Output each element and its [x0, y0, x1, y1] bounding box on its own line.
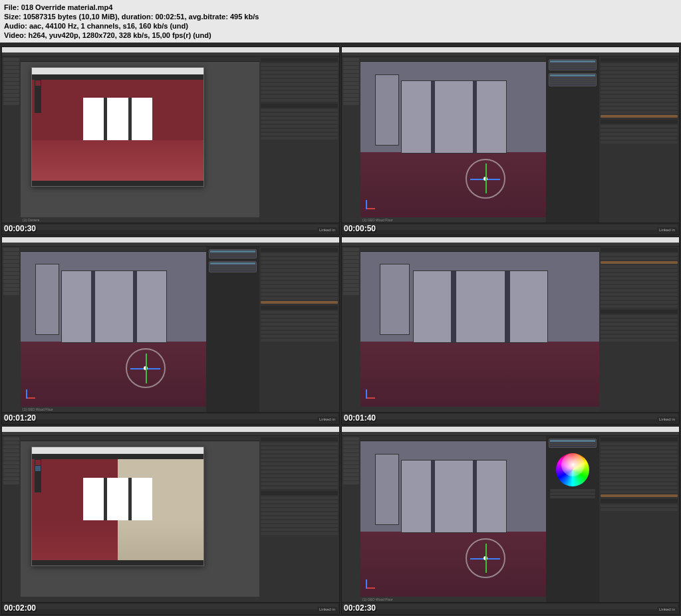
timestamp: 00:02:30	[344, 603, 376, 613]
render-window[interactable]	[31, 67, 204, 187]
thumbnail[interactable]: (1) GEO Wood Floor 00:00:50 Linked in	[341, 47, 680, 235]
audio-line: Audio: aac, 44100 Hz, 1 channels, s16, 1…	[4, 21, 677, 31]
viewport[interactable]: (1) GEO Wood Floor	[360, 56, 546, 223]
left-toolbox	[2, 247, 21, 413]
camera-label: (1) Camera	[21, 217, 259, 223]
viewport[interactable]: (1) GEO Wood Floor	[21, 247, 206, 413]
thumbnail[interactable]: 00:01:40 Linked in	[341, 237, 680, 425]
render-window[interactable]	[31, 447, 204, 566]
axis-indicator	[26, 387, 38, 399]
outliner-panel[interactable]	[599, 56, 679, 223]
window-titlebar	[2, 237, 339, 243]
thumbnail-grid: (1) Camera 00:00:30 Linked in	[0, 45, 681, 616]
material-node[interactable]	[209, 249, 257, 258]
wireframe-room	[360, 441, 546, 597]
axis-indicator	[366, 577, 378, 589]
properties-panel[interactable]	[259, 436, 339, 602]
object-label: (1) GEO Wood Floor	[21, 407, 206, 412]
timeline[interactable]	[342, 602, 679, 614]
left-toolbox	[2, 56, 21, 223]
outliner-panel[interactable]	[599, 247, 679, 413]
window-titlebar	[342, 47, 679, 52]
properties-panel[interactable]	[259, 247, 339, 413]
file-line: File: 018 Override material.mp4	[4, 3, 677, 12]
watermark: Linked in	[317, 227, 337, 233]
transform-gizmo[interactable]	[126, 348, 166, 388]
viewport[interactable]	[21, 436, 259, 602]
object-label: (1) GEO Wood Floor	[360, 597, 546, 602]
left-toolbox	[342, 56, 360, 223]
selected-camera[interactable]	[601, 261, 678, 264]
timeline[interactable]	[2, 223, 339, 235]
properties-panel[interactable]	[259, 56, 339, 223]
left-toolbox	[2, 436, 21, 602]
node-editor[interactable]	[546, 56, 599, 223]
color-wheel[interactable]	[556, 453, 589, 486]
material-node[interactable]	[549, 73, 597, 86]
thumbnail[interactable]: (1) GEO Wood Floor 00:01:20 Linked in	[1, 237, 340, 425]
transform-gizmo[interactable]	[466, 538, 505, 578]
window-titlebar	[342, 237, 679, 243]
thumbnail[interactable]: (1) Camera 00:00:30 Linked in	[1, 47, 340, 235]
left-toolbox	[342, 436, 360, 602]
viewport[interactable]: (1) GEO Wood Floor	[360, 436, 546, 602]
outliner-panel[interactable]	[599, 436, 679, 602]
timeline[interactable]	[342, 412, 679, 424]
timestamp: 00:01:20	[4, 413, 36, 423]
transform-gizmo[interactable]	[466, 159, 505, 199]
wireframe-room	[21, 252, 206, 407]
axis-indicator	[366, 387, 378, 399]
size-line: Size: 10587315 bytes (10,10 MiB), durati…	[4, 12, 677, 21]
watermark: Linked in	[657, 607, 677, 612]
watermark: Linked in	[317, 417, 337, 422]
color-picker-panel[interactable]	[546, 436, 599, 602]
watermark: Linked in	[317, 607, 337, 612]
material-node[interactable]	[209, 261, 257, 272]
window-titlebar	[2, 47, 339, 52]
material-node[interactable]	[549, 59, 597, 70]
wireframe-room	[360, 62, 546, 217]
timeline[interactable]	[2, 602, 339, 614]
history-strip	[35, 459, 41, 492]
selected-object[interactable]	[601, 494, 678, 497]
render-output-red-room	[32, 80, 204, 181]
material-node[interactable]	[549, 439, 597, 448]
timestamp: 00:00:50	[344, 224, 376, 233]
selected-object[interactable]	[601, 115, 678, 118]
render-output-split	[32, 459, 204, 560]
thumbnail[interactable]: 00:02:00 Linked in	[1, 426, 340, 615]
history-strip	[35, 80, 41, 113]
node-editor[interactable]	[206, 247, 259, 413]
watermark: Linked in	[657, 417, 677, 422]
window-titlebar	[342, 427, 679, 432]
file-info-header: File: 018 Override material.mp4 Size: 10…	[0, 0, 681, 43]
timestamp: 00:01:40	[344, 413, 376, 423]
thumbnail[interactable]: (1) GEO Wood Floor 00:02:30 Linked in	[341, 426, 680, 615]
selected-object[interactable]	[261, 301, 338, 304]
window-titlebar	[2, 427, 339, 432]
timeline[interactable]	[2, 412, 339, 424]
viewport[interactable]	[360, 247, 599, 413]
timestamp: 00:00:30	[4, 224, 36, 233]
object-label: (1) GEO Wood Floor	[360, 217, 546, 223]
timeline[interactable]	[342, 223, 679, 235]
viewport[interactable]: (1) Camera	[21, 56, 259, 223]
timestamp: 00:02:00	[4, 603, 36, 613]
wireframe-room	[360, 252, 599, 407]
axis-indicator	[366, 197, 378, 209]
left-toolbox	[342, 247, 360, 413]
video-line: Video: h264, yuv420p, 1280x720, 328 kb/s…	[4, 31, 677, 40]
watermark: Linked in	[657, 227, 677, 233]
